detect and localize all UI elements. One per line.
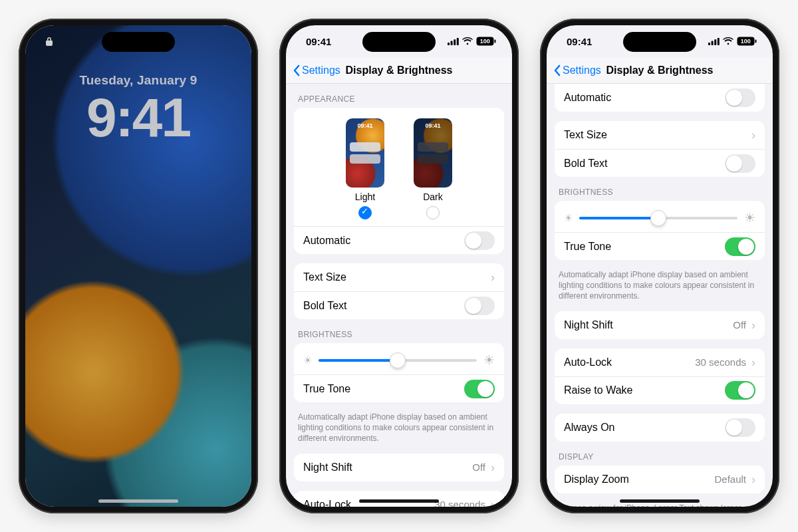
automatic-label: Automatic xyxy=(303,235,350,247)
dynamic-island xyxy=(102,32,175,52)
row-true-tone[interactable]: True Tone xyxy=(555,232,765,260)
true-tone-toggle[interactable] xyxy=(725,237,755,256)
row-true-tone[interactable]: True Tone xyxy=(294,374,504,402)
appearance-option-dark[interactable]: 09:41 Dark xyxy=(414,118,452,219)
brightness-slider-row: ☀︎ ☀︎ xyxy=(294,343,504,374)
automatic-toggle[interactable] xyxy=(725,88,755,107)
radio-light-checked-icon[interactable] xyxy=(358,206,372,219)
svg-rect-1 xyxy=(451,41,453,45)
row-automatic[interactable]: Automatic xyxy=(294,226,504,254)
row-raise-to-wake[interactable]: Raise to Wake xyxy=(555,376,765,404)
bold-text-label: Bold Text xyxy=(564,158,608,170)
auto-lock-label: Auto-Lock xyxy=(303,499,351,507)
automatic-label: Automatic xyxy=(564,92,611,104)
chevron-left-icon xyxy=(553,65,561,76)
auto-lock-value: 30 seconds xyxy=(434,499,485,507)
cellular-icon xyxy=(448,38,459,45)
chevron-right-icon: › xyxy=(491,499,495,507)
bold-text-toggle[interactable] xyxy=(725,154,755,173)
home-indicator[interactable] xyxy=(359,499,439,503)
brightness-slider[interactable] xyxy=(319,359,477,362)
night-shift-label: Night Shift xyxy=(564,319,613,331)
display-zoom-label: Display Zoom xyxy=(564,473,629,485)
phone-lockscreen: Tuesday, January 9 9:41 xyxy=(19,19,258,513)
svg-text:100: 100 xyxy=(741,38,751,45)
true-tone-toggle[interactable] xyxy=(464,380,495,398)
appearance-option-light[interactable]: 09:41 Light xyxy=(346,118,384,219)
text-size-label: Text Size xyxy=(564,129,607,141)
nav-bar: Settings Display & Brightness xyxy=(547,57,773,84)
nav-back-button[interactable]: Settings xyxy=(286,65,340,76)
lock-date: Tuesday, January 9 xyxy=(25,73,251,88)
status-time: 09:41 xyxy=(567,36,592,47)
wifi-icon xyxy=(462,37,473,45)
row-text-size[interactable]: Text Size › xyxy=(555,121,765,149)
row-bold-text[interactable]: Bold Text xyxy=(294,291,504,319)
true-tone-label: True Tone xyxy=(303,383,350,395)
radio-dark-icon[interactable] xyxy=(426,206,440,219)
section-header-brightness: BRIGHTNESS xyxy=(298,330,500,339)
bold-text-label: Bold Text xyxy=(303,300,347,312)
text-size-label: Text Size xyxy=(303,271,346,283)
row-text-size[interactable]: Text Size › xyxy=(294,263,504,291)
chevron-right-icon: › xyxy=(491,271,495,283)
home-indicator[interactable] xyxy=(98,499,178,503)
wifi-icon xyxy=(723,37,733,45)
battery-icon: 100 xyxy=(476,37,496,46)
automatic-toggle[interactable] xyxy=(464,231,495,250)
raise-to-wake-toggle[interactable] xyxy=(725,381,755,400)
dynamic-island xyxy=(362,32,436,52)
true-tone-footer: Automatically adapt iPhone display based… xyxy=(298,412,500,444)
home-indicator[interactable] xyxy=(620,499,700,503)
svg-rect-12 xyxy=(755,39,757,43)
night-shift-value: Off xyxy=(472,462,485,473)
svg-rect-2 xyxy=(454,39,456,45)
svg-rect-5 xyxy=(495,39,496,43)
battery-icon: 100 xyxy=(737,37,757,46)
appearance-dark-label: Dark xyxy=(414,192,452,202)
night-shift-value: Off xyxy=(733,319,746,331)
display-zoom-footer: Choose a view for iPhone. Larger Text sh… xyxy=(559,503,761,507)
row-display-zoom[interactable]: Display Zoom Default› xyxy=(555,466,765,493)
auto-lock-label: Auto-Lock xyxy=(564,356,612,368)
section-header-brightness: BRIGHTNESS xyxy=(559,188,761,197)
nav-bar: Settings Display & Brightness xyxy=(286,57,512,84)
night-shift-label: Night Shift xyxy=(303,462,352,473)
svg-rect-8 xyxy=(712,41,714,45)
brightness-slider[interactable] xyxy=(579,217,737,219)
status-time: 09:41 xyxy=(306,36,331,47)
nav-back-label: Settings xyxy=(302,65,340,76)
appearance-light-label: Light xyxy=(346,192,384,202)
row-auto-lock[interactable]: Auto-Lock 30 seconds› xyxy=(294,491,504,507)
row-always-on[interactable]: Always On xyxy=(555,414,765,442)
row-night-shift[interactable]: Night Shift Off› xyxy=(555,311,765,339)
true-tone-footer: Automatically adapt iPhone display based… xyxy=(559,269,761,302)
row-bold-text[interactable]: Bold Text xyxy=(555,149,765,177)
dynamic-island xyxy=(623,32,696,52)
svg-rect-3 xyxy=(457,38,459,45)
svg-rect-10 xyxy=(718,38,720,45)
nav-back-label: Settings xyxy=(563,65,601,76)
chevron-right-icon: › xyxy=(751,356,755,368)
sun-small-icon: ☀︎ xyxy=(564,212,573,224)
bold-text-toggle[interactable] xyxy=(464,297,495,315)
auto-lock-value: 30 seconds xyxy=(695,356,746,368)
row-automatic[interactable]: Automatic xyxy=(555,84,765,112)
lock-time: 9:41 xyxy=(25,90,251,145)
chevron-right-icon: › xyxy=(751,129,755,141)
chevron-right-icon: › xyxy=(491,462,495,473)
nav-back-button[interactable]: Settings xyxy=(547,65,601,76)
always-on-toggle[interactable] xyxy=(725,418,755,437)
chevron-right-icon: › xyxy=(751,473,755,485)
sun-small-icon: ☀︎ xyxy=(303,354,312,366)
true-tone-label: True Tone xyxy=(564,241,611,253)
phone-settings-scrolled: 09:41 100 Settings Display & Brightness … xyxy=(540,19,779,513)
lock-icon xyxy=(45,37,53,46)
appearance-options: 09:41 Light 09:41 Dark xyxy=(294,108,504,226)
always-on-label: Always On xyxy=(564,422,614,434)
row-night-shift[interactable]: Night Shift Off› xyxy=(294,454,504,481)
section-header-appearance: APPEARANCE xyxy=(298,94,500,104)
section-header-display: DISPLAY xyxy=(559,452,761,462)
row-auto-lock[interactable]: Auto-Lock 30 seconds› xyxy=(555,348,765,376)
svg-rect-9 xyxy=(714,39,716,45)
